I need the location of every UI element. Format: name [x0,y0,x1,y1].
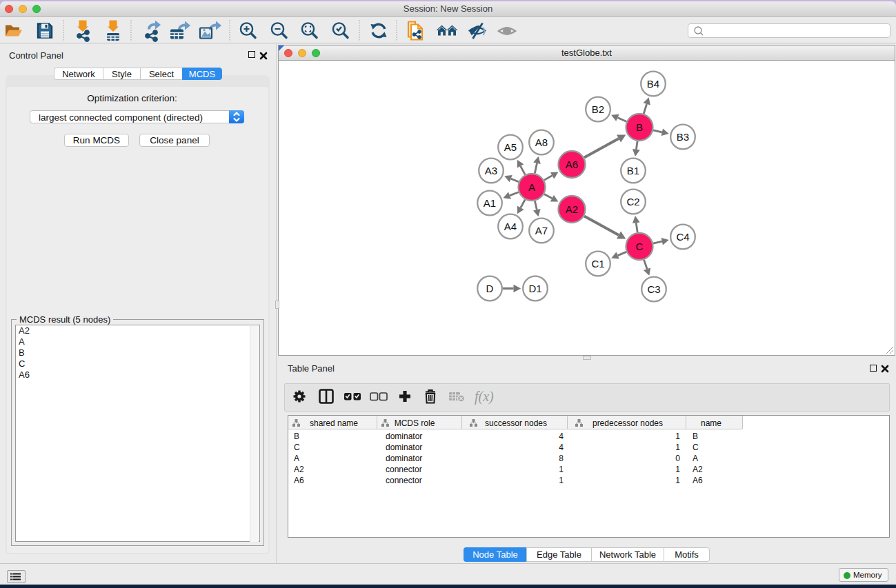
svg-text:1: 1 [559,465,564,474]
svg-text:connector: connector [386,465,422,474]
svg-text:f(x): f(x) [475,389,494,405]
svg-text:B: B [693,432,698,441]
svg-text:A2: A2 [566,203,578,215]
svg-text:A7: A7 [535,225,548,236]
svg-text:predecessor nodes: predecessor nodes [593,418,663,428]
svg-text:8: 8 [559,454,564,463]
svg-text:A: A [294,454,299,463]
svg-text:1: 1 [675,476,680,485]
svg-text:A6: A6 [693,476,703,485]
svg-text:name: name [701,418,721,428]
svg-text:C3: C3 [647,283,660,295]
svg-text:B: B [636,121,643,133]
svg-text:A3: A3 [485,165,497,176]
svg-text:4: 4 [559,443,564,452]
svg-text:B3: B3 [677,131,689,143]
svg-text:D1: D1 [528,283,541,294]
svg-text:D: D [486,283,494,294]
svg-text:A6: A6 [566,159,578,170]
svg-text:C: C [294,443,300,452]
svg-text:A5: A5 [504,141,517,153]
svg-text:A4: A4 [504,221,517,232]
svg-text:A: A [693,454,698,463]
svg-text:A: A [528,181,535,193]
svg-text:A2: A2 [294,465,304,474]
svg-text:A1: A1 [484,197,496,209]
svg-text:B4: B4 [647,78,659,90]
svg-text:connector: connector [386,476,422,485]
svg-text:C4: C4 [676,231,689,243]
svg-text:dominator: dominator [386,454,422,463]
svg-text:B: B [294,432,299,441]
svg-text:successor nodes: successor nodes [485,418,547,428]
svg-text:C2: C2 [626,196,639,207]
svg-text:0: 0 [675,454,680,463]
svg-text:1: 1 [675,432,680,441]
svg-text:4: 4 [559,432,564,441]
svg-text:C: C [636,241,644,252]
svg-text:dominator: dominator [386,432,422,441]
svg-text:1: 1 [559,476,564,485]
svg-text:dominator: dominator [386,443,422,452]
svg-text:A2: A2 [693,465,703,474]
svg-text:C: C [693,443,699,452]
svg-text:1: 1 [675,465,680,474]
svg-text:A6: A6 [294,476,304,485]
svg-text:shared name: shared name [310,418,358,428]
svg-text:B2: B2 [592,103,604,115]
svg-text:1: 1 [675,443,680,452]
svg-text:MCDS role: MCDS role [395,418,435,428]
svg-text:A8: A8 [535,136,548,148]
svg-text:C1: C1 [591,258,604,270]
svg-text:B1: B1 [627,165,639,176]
